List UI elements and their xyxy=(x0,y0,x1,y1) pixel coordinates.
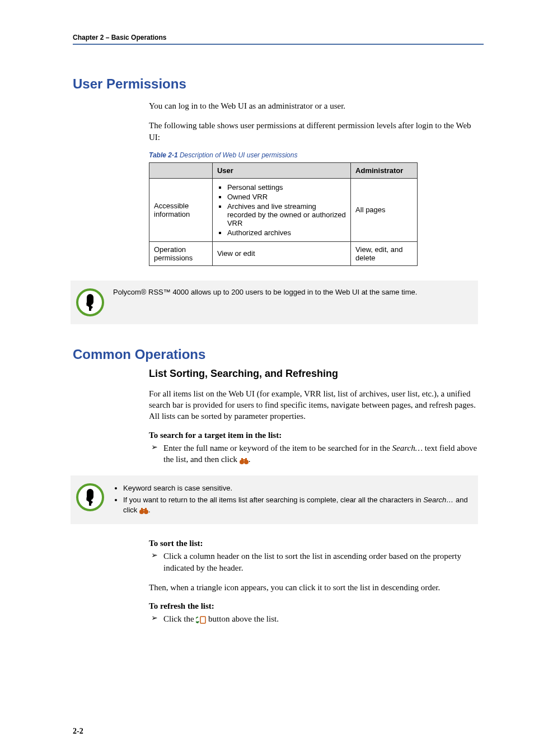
table-caption-text: Description of Web UI user permissions xyxy=(178,151,298,159)
svg-rect-9 xyxy=(143,509,145,510)
refresh-step-b: button above the list. xyxy=(208,614,279,623)
svg-rect-2 xyxy=(241,458,243,461)
user-item: Authorized archives xyxy=(227,228,346,237)
search-step: Enter the full name or keyword of the it… xyxy=(149,442,478,466)
th-user: User xyxy=(212,162,350,178)
binoculars-icon xyxy=(240,454,249,465)
row-label: Accessible information xyxy=(149,178,213,241)
header-rule xyxy=(73,44,484,45)
note-b-italic: Search… xyxy=(423,496,453,504)
note-text: Keyword search is case sensitive. If you… xyxy=(113,482,470,516)
table-row: Accessible information Personal settings… xyxy=(149,178,418,241)
user-item: Owned VRR xyxy=(227,193,346,201)
row-admin: View, edit, and delete xyxy=(351,241,418,265)
row-user: Personal settings Owned VRR Archives and… xyxy=(212,178,350,241)
row-label: Operation permissions xyxy=(149,241,213,265)
th-blank xyxy=(149,162,213,178)
pin-icon xyxy=(76,483,104,511)
chapter-header: Chapter 2 – Basic Operations xyxy=(73,34,484,48)
row-user: View or edit xyxy=(212,241,350,265)
th-admin: Administrator xyxy=(351,162,418,178)
table-header-row: User Administrator xyxy=(149,162,418,178)
permissions-table: User Administrator Accessible informatio… xyxy=(149,162,418,266)
table-row: Operation permissions View or edit View,… xyxy=(149,241,418,265)
chapter-title: Chapter 2 – Basic Operations xyxy=(73,34,166,41)
up-intro-2: The following table shows user permissio… xyxy=(149,120,478,143)
note-box-users: Polycom® RSS™ 4000 allows up to 200 user… xyxy=(71,281,478,324)
search-step-italic: Search… xyxy=(392,444,423,452)
refresh-step: Click the button above the list. xyxy=(149,613,478,626)
refresh-icon xyxy=(196,614,206,626)
svg-rect-8 xyxy=(145,508,147,511)
user-item: Archives and live streaming recorded by … xyxy=(227,202,346,227)
refresh-step-a: Click the xyxy=(163,614,196,623)
sort-para: Then, when a triangle icon appears, you … xyxy=(149,582,478,593)
sort-step: Click a column header on the list to sor… xyxy=(149,550,478,573)
note-b-a: If you want to return to the all items l… xyxy=(123,496,423,504)
pin-icon xyxy=(76,288,104,316)
section-user-permissions-title: User Permissions xyxy=(73,76,484,92)
proc-sort-head: To sort the list: xyxy=(149,539,478,548)
sub-list-para: For all items list on the Web UI (for ex… xyxy=(149,388,478,422)
search-step-a: Enter the full name or keyword of the it… xyxy=(163,444,392,452)
note-item: If you want to return to the all items l… xyxy=(123,495,470,516)
binoculars-icon xyxy=(139,505,148,515)
table-caption-label: Table 2-1 xyxy=(149,151,178,159)
note-box-search: Keyword search is case sensitive. If you… xyxy=(71,475,478,524)
proc-refresh-head: To refresh the list: xyxy=(149,601,478,611)
section-common-ops-title: Common Operations xyxy=(73,347,484,362)
page-number: 2-2 xyxy=(73,727,83,736)
note-item: Keyword search is case sensitive. xyxy=(123,483,470,493)
svg-rect-7 xyxy=(141,508,143,511)
svg-rect-10 xyxy=(200,617,205,623)
table-caption: Table 2-1 Description of Web UI user per… xyxy=(149,151,478,159)
svg-rect-4 xyxy=(243,459,245,460)
user-item: Personal settings xyxy=(227,183,346,192)
sub-list-sorting-title: List Sorting, Searching, and Refreshing xyxy=(149,368,478,380)
proc-search-head: To search for a target item in the list: xyxy=(149,431,478,440)
svg-rect-3 xyxy=(245,458,247,461)
row-admin: All pages xyxy=(351,178,418,241)
up-intro-1: You can log in to the Web UI as an admin… xyxy=(149,100,478,111)
note-text: Polycom® RSS™ 4000 allows up to 200 user… xyxy=(113,287,417,297)
